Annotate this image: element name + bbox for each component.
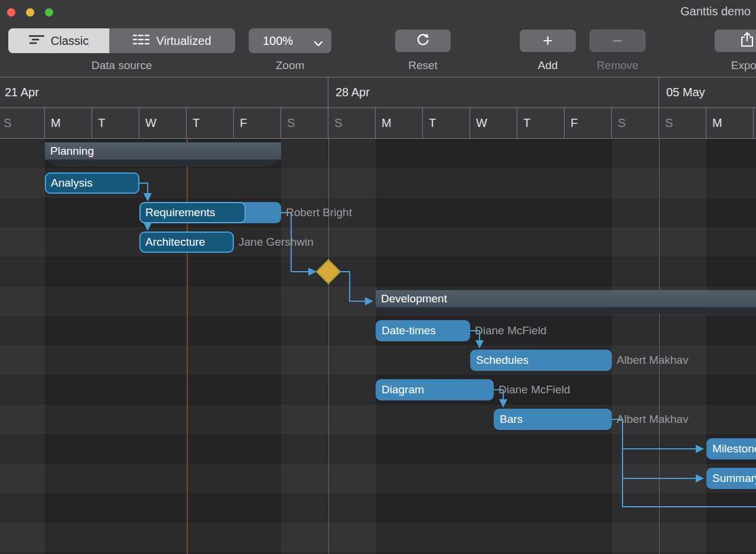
data-source-group-label: Data source xyxy=(8,58,235,73)
day-header-row: SMTWTFSSMTWTFSSM xyxy=(0,108,756,139)
zoom-dropdown[interactable]: 100% xyxy=(249,28,331,53)
minus-icon: − xyxy=(612,31,623,51)
resource-label: Albert Makhav xyxy=(617,346,688,375)
day-header-cell: M xyxy=(706,108,754,138)
day-header-cell: S xyxy=(0,108,45,138)
remove-button-label: Remove xyxy=(589,58,646,73)
day-header-cell: W xyxy=(470,108,517,138)
day-header-cell: S xyxy=(328,108,376,138)
plus-icon: + xyxy=(543,31,553,51)
resource-label: Jane Gershwin xyxy=(239,227,314,257)
add-button-label: Add xyxy=(520,58,576,73)
day-header-cell: T xyxy=(423,108,470,138)
segment-virtualized-label: Virtualized xyxy=(156,34,211,48)
timeline-header: 21 Apr28 Apr05 May SMTWTFSSMTWTFSSM xyxy=(0,77,756,139)
segment-classic[interactable]: Classic xyxy=(8,28,109,53)
day-header-cell: S xyxy=(281,108,328,138)
table-grid-icon xyxy=(133,34,149,48)
share-icon xyxy=(739,31,755,50)
remove-button: − xyxy=(589,30,646,52)
window-title: Ganttis demo xyxy=(680,5,751,18)
resource-label: Albert Makhav xyxy=(617,405,688,434)
resource-label: Diane McField xyxy=(498,375,570,405)
zoom-group-label: Zoom xyxy=(249,58,331,73)
close-button[interactable] xyxy=(7,8,15,17)
zoom-dropdown-value: 100% xyxy=(263,28,293,53)
refresh-icon xyxy=(415,31,431,50)
fullscreen-button[interactable] xyxy=(45,8,53,17)
week-header-row: 21 Apr28 Apr05 May xyxy=(0,77,756,108)
export-button-label: Export xyxy=(715,58,756,73)
gantt-chart[interactable]: PlanningAnalysisRequirementsRobert Brigh… xyxy=(0,139,756,554)
day-header-cell: T xyxy=(517,108,565,138)
day-header-cell: T xyxy=(187,108,234,138)
day-header-cell: W xyxy=(139,108,187,138)
day-header-cell: S xyxy=(659,108,706,138)
segment-classic-label: Classic xyxy=(51,34,89,48)
chevron-down-icon xyxy=(314,38,323,49)
titlebar: Ganttis demo xyxy=(0,0,756,24)
day-header-cell: T xyxy=(92,108,139,138)
gantt-lines-icon xyxy=(29,34,44,48)
add-button[interactable]: + xyxy=(520,30,576,52)
app-window: Ganttis demo Classic xyxy=(0,0,756,554)
data-source-segmented-control: Classic Virtualized xyxy=(8,28,235,53)
day-header-cell: M xyxy=(376,108,423,138)
resource-label: Diane McField xyxy=(475,316,546,346)
toolbar: Classic Virtualized Data source 100% xyxy=(0,24,756,77)
export-button[interactable] xyxy=(715,30,756,52)
segment-virtualized[interactable]: Virtualized xyxy=(109,28,235,53)
week-header-cell: 05 May xyxy=(659,77,756,107)
day-header-cell: F xyxy=(234,108,281,138)
minimize-button[interactable] xyxy=(26,8,34,17)
day-header-cell: S xyxy=(612,108,659,138)
reset-button[interactable] xyxy=(395,30,451,52)
reset-button-label: Reset xyxy=(395,58,451,73)
resource-label: Robert Bright xyxy=(286,198,352,227)
week-header-cell: 21 Apr xyxy=(0,77,328,107)
day-header-cell: M xyxy=(45,108,92,138)
day-header-cell: F xyxy=(565,108,612,138)
week-header-cell: 28 Apr xyxy=(328,77,659,107)
